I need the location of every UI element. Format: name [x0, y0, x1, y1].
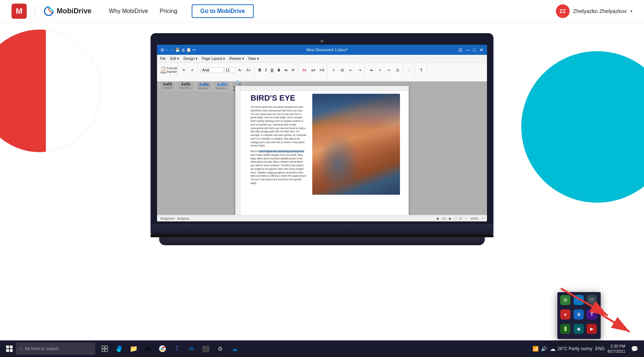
user-menu[interactable]: ZZ Zhelyazko Zhelyazkov ▾ — [556, 4, 632, 18]
paste-button[interactable]: 📋 Paste — [159, 66, 167, 74]
bullet-list-button[interactable]: ≡ — [330, 66, 338, 74]
line-spacing-button[interactable]: ↕ — [405, 66, 413, 74]
align-right-button[interactable]: ⇒ — [385, 66, 393, 74]
menu-design[interactable]: Design ▾ — [183, 57, 197, 61]
store-button[interactable]: 🛍 — [142, 342, 155, 355]
tray-icon-6[interactable]: 🔋 — [560, 324, 570, 334]
menu-page-layout[interactable]: Page Layout ▾ — [202, 57, 225, 61]
edge-icon — [116, 345, 123, 352]
nav-pricing[interactable]: Pricing — [160, 8, 177, 14]
font-group: A- A+ — [200, 63, 254, 77]
taskbar-search[interactable]: ○ be here to search — [16, 343, 95, 355]
username: Zhelyazko Zhelyazkov — [573, 8, 627, 14]
number-list-button[interactable]: ⊞ — [338, 66, 346, 74]
acrobat-button[interactable]: ⬛ — [199, 342, 212, 355]
win-cell-3 — [6, 349, 9, 352]
close-icon[interactable]: ✕ — [479, 47, 483, 53]
paste-group: 📋 Paste Format Painter — [159, 63, 178, 77]
text-highlight-button[interactable]: A▾ — [300, 66, 308, 74]
pilcrow-button[interactable]: ¶ — [417, 66, 425, 74]
underline-button[interactable]: U — [269, 67, 275, 73]
font-size-decrease[interactable]: A- — [236, 66, 244, 74]
start-button[interactable] — [3, 342, 16, 355]
style-no-spacing[interactable]: AaBb No Spa... — [177, 81, 194, 91]
maximize-icon[interactable]: □ — [473, 47, 476, 53]
file-explorer-button[interactable]: 📁 — [127, 342, 140, 355]
highlighted-text: technological and networking development… — [258, 150, 304, 153]
document-text-column: BIRD'S EYE The terms aerial view and aer… — [251, 94, 306, 203]
subscript-button[interactable]: X₂ — [283, 68, 289, 72]
volume-icon[interactable]: 🔊 — [541, 346, 547, 352]
svg-rect-5 — [105, 346, 108, 348]
prev-page-icon[interactable]: ◀ — [436, 217, 439, 220]
svg-point-11 — [162, 348, 163, 349]
clock-widget[interactable]: 2:30 PM 8/27/2021 — [608, 344, 625, 354]
strikethrough-button[interactable]: S — [276, 67, 282, 73]
view-web-icon[interactable]: ⊡ — [459, 217, 462, 220]
font-size-input[interactable] — [225, 67, 235, 73]
font-size-increase[interactable]: A+ — [245, 66, 253, 74]
menu-edit[interactable]: Edit ▾ — [170, 57, 179, 61]
hero-section: ⊞ ← → 💾 🖨 📋 ↩ New Document 1.docx* ⊡ ─ □… — [0, 22, 644, 357]
taskview-button[interactable] — [98, 342, 111, 355]
menu-view[interactable]: View ▾ — [248, 57, 259, 61]
clear-format-button[interactable]: ✕A — [318, 66, 326, 74]
win-cell-1 — [6, 345, 9, 348]
align-center-button[interactable]: ≡ — [376, 66, 384, 74]
weather-text: 26°C Partly sunny — [558, 346, 592, 351]
minimize-icon[interactable]: ─ — [466, 47, 469, 53]
restore-icon[interactable]: ⊡ — [458, 47, 462, 53]
win-cell-4 — [10, 349, 13, 352]
view-normal-icon[interactable]: □ — [454, 217, 456, 220]
next-page-icon[interactable]: ▶ — [449, 217, 452, 220]
style-normal[interactable]: AaBb Normal — [159, 81, 176, 91]
menu-file[interactable]: File — [160, 57, 166, 61]
zoom-decrease-icon[interactable]: ─ — [465, 217, 467, 220]
style-heading1[interactable]: AaBb Headin... — [196, 81, 212, 91]
zoom-increase-icon[interactable]: + — [482, 217, 483, 220]
undo-button[interactable]: ✕ — [180, 66, 188, 74]
weather-widget[interactable]: ☁ 26°C Partly sunny — [550, 345, 592, 352]
settings-button[interactable]: ⚙ — [214, 342, 227, 355]
window-controls[interactable]: ⊡ ─ □ ✕ — [458, 47, 483, 53]
chrome-button[interactable] — [156, 342, 169, 355]
format-painter-button[interactable]: Format Painter — [168, 67, 176, 73]
deco-cyan-circle — [521, 51, 644, 203]
notification-button[interactable]: 💬 — [628, 342, 641, 355]
font-color-button[interactable]: a▾ — [309, 66, 317, 74]
lang-indicator: ENG — [595, 346, 605, 351]
justify-button[interactable]: ☰ — [393, 66, 401, 74]
tray-icon-7[interactable]: ◉ — [574, 324, 584, 334]
edge-button[interactable] — [113, 342, 126, 355]
svg-rect-6 — [102, 349, 104, 352]
onedrive-button[interactable]: ☁ — [228, 342, 241, 355]
camera-dot — [321, 40, 323, 43]
aerial-photo — [312, 94, 400, 195]
mail-button[interactable]: ✉ — [185, 342, 198, 355]
laptop-hinge — [151, 234, 493, 237]
style-heading2[interactable]: AaBb Headin... — [214, 81, 230, 91]
nav-why-mobidrive[interactable]: Why MobiDrive — [109, 8, 148, 14]
superscript-button[interactable]: X² — [290, 68, 296, 72]
align-left-button[interactable]: ⬌ — [367, 66, 375, 74]
bold-button[interactable]: B — [257, 67, 263, 73]
network-icon[interactable]: 📶 — [532, 346, 539, 352]
svg-rect-4 — [102, 346, 104, 348]
notification-icon: 💬 — [631, 345, 638, 352]
taskbar: ○ be here to search 📁 🛍 — [0, 340, 644, 357]
indent-increase-button[interactable]: ⇥ — [356, 66, 364, 74]
logo-group: M MobiDrive — [12, 4, 92, 19]
font-name-input[interactable] — [200, 67, 224, 73]
menu-review[interactable]: Review ▾ — [229, 57, 244, 61]
redo-button[interactable]: ✔ — [188, 66, 196, 74]
cta-button[interactable]: Go to MobiDrive — [192, 4, 254, 18]
italic-button[interactable]: I — [264, 67, 268, 73]
page-indicator: 1/1 — [441, 217, 446, 220]
taskbar-apps: 📁 🛍 T ✉ ⬛ — [98, 342, 241, 355]
teams-button[interactable]: T — [170, 342, 183, 355]
red-arrow-2 — [593, 308, 637, 337]
format-group: B I U S X₂ X² — [257, 63, 298, 77]
avatar: ZZ — [556, 4, 570, 18]
indent-decrease-button[interactable]: ⇤ — [347, 66, 355, 74]
laptop-base — [151, 224, 493, 234]
